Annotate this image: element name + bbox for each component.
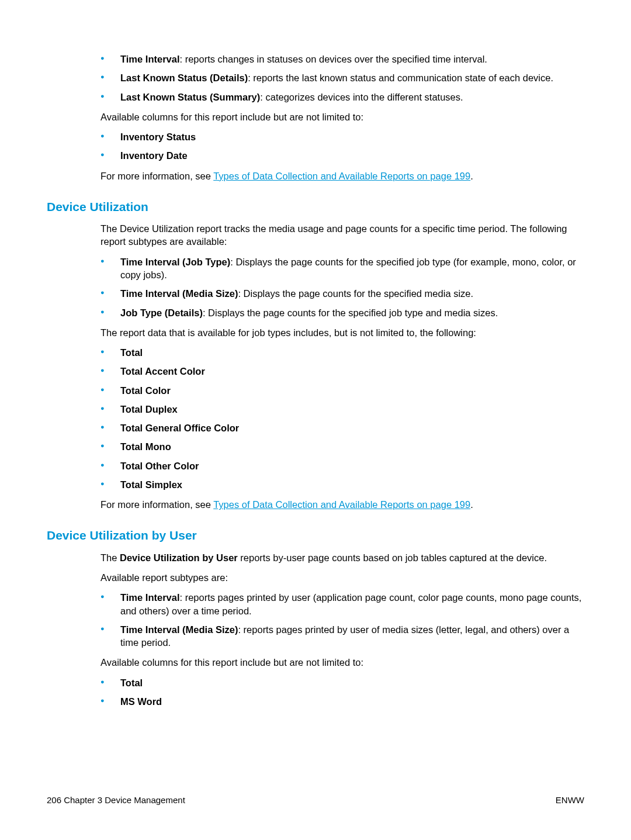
list-item: Total Other Color [100,459,584,472]
list-item: Time Interval (Job Type): Displays the p… [100,255,584,282]
section-2-list: Time Interval (Job Type): Displays the p… [100,255,584,319]
list-item: Time Interval: reports changes in status… [100,53,584,65]
list-item: Last Known Status (Details): reports the… [100,71,584,84]
section-1-columns-list: Inventory Status Inventory Date [100,130,584,163]
desc: : reports pages printed by user (applica… [120,592,581,616]
term: Time Interval [120,592,180,603]
jobtype: Total Duplex [120,404,178,414]
for-more-suffix: . [470,499,473,510]
section-1-list: Time Interval: reports changes in status… [100,53,584,103]
intro-post: reports by-user page counts based on job… [238,552,547,563]
for-more-suffix: . [470,171,473,181]
heading-device-utilization-by-user: Device Utilization by User [47,527,584,544]
list-item: Time Interval: reports pages printed by … [100,591,584,617]
for-more-prefix: For more information, see [100,499,213,510]
types-of-data-collection-link[interactable]: Types of Data Collection and Available R… [213,171,470,181]
term: Last Known Status (Details) [120,72,248,83]
list-item: Job Type (Details): Displays the page co… [100,306,584,319]
page-footer: 206 Chapter 3 Device Management ENWW [47,794,584,806]
desc: : reports the last known status and comm… [248,72,553,83]
term: Time Interval (Media Size) [120,624,238,635]
list-item: Last Known Status (Summary): categorizes… [100,91,584,103]
section-3-intro: The Device Utilization by User reports b… [100,551,584,564]
list-item: Total [100,346,584,359]
list-item: Time Interval (Media Size): reports page… [100,623,584,649]
list-item: Total Accent Color [100,365,584,378]
jobtype: Total Mono [120,441,171,452]
jobtype: Total Other Color [120,461,199,471]
term: Time Interval (Job Type) [120,257,230,267]
document-page: Time Interval: reports changes in status… [0,0,631,840]
available-columns-intro: Available columns for this report includ… [100,110,584,123]
section-2-content: The Device Utilization report tracks the… [100,222,584,511]
section-2-jobtypes-list: Total Total Accent Color Total Color Tot… [100,346,584,491]
list-item: Total Mono [100,440,584,453]
col-name: Inventory Status [120,132,196,142]
types-of-data-collection-link[interactable]: Types of Data Collection and Available R… [213,499,470,510]
list-item: MS Word [100,695,584,708]
intro-bold: Device Utilization by User [120,552,238,563]
col-name: Inventory Date [120,150,188,161]
list-item: Total Simplex [100,478,584,491]
list-item: Time Interval (Media Size): Displays the… [100,287,584,300]
desc: : reports changes in statuses on devices… [180,54,487,64]
for-more-info: For more information, see Types of Data … [100,498,584,511]
list-item: Total Duplex [100,403,584,416]
list-item: Inventory Date [100,149,584,162]
section-3-list: Time Interval: reports pages printed by … [100,591,584,649]
section-3-cols-intro: Available columns for this report includ… [100,656,584,669]
list-item: Total General Office Color [100,421,584,434]
section-3-cols-list: Total MS Word [100,676,584,708]
section-1-content: Time Interval: reports changes in status… [100,53,584,182]
section-3-content: The Device Utilization by User reports b… [100,551,584,708]
term: Time Interval [120,54,180,64]
list-item: Total Color [100,384,584,397]
intro-pre: The [100,552,120,563]
desc: : categorizes devices into the different… [260,92,463,102]
desc: : Displays the page counts for the speci… [238,288,473,299]
jobtypes-intro: The report data that is available for jo… [100,326,584,339]
jobtype: Total General Office Color [120,423,239,433]
list-item: Inventory Status [100,130,584,143]
col-name: Total [120,677,143,688]
term: Last Known Status (Summary) [120,92,260,102]
col-name: MS Word [120,696,162,707]
for-more-info: For more information, see Types of Data … [100,170,584,182]
jobtype: Total Simplex [120,479,182,490]
term: Job Type (Details) [120,307,203,318]
list-item: Total [100,676,584,689]
term: Time Interval (Media Size) [120,288,238,299]
section-2-intro: The Device Utilization report tracks the… [100,222,584,248]
for-more-prefix: For more information, see [100,171,213,181]
footer-right: ENWW [556,794,584,806]
subtypes-intro: Available report subtypes are: [100,571,584,584]
footer-left: 206 Chapter 3 Device Management [47,794,185,806]
jobtype: Total Color [120,385,171,396]
jobtype: Total Accent Color [120,366,205,376]
jobtype: Total [120,347,143,358]
desc: : Displays the page counts for the speci… [203,307,498,318]
heading-device-utilization: Device Utilization [47,199,584,215]
